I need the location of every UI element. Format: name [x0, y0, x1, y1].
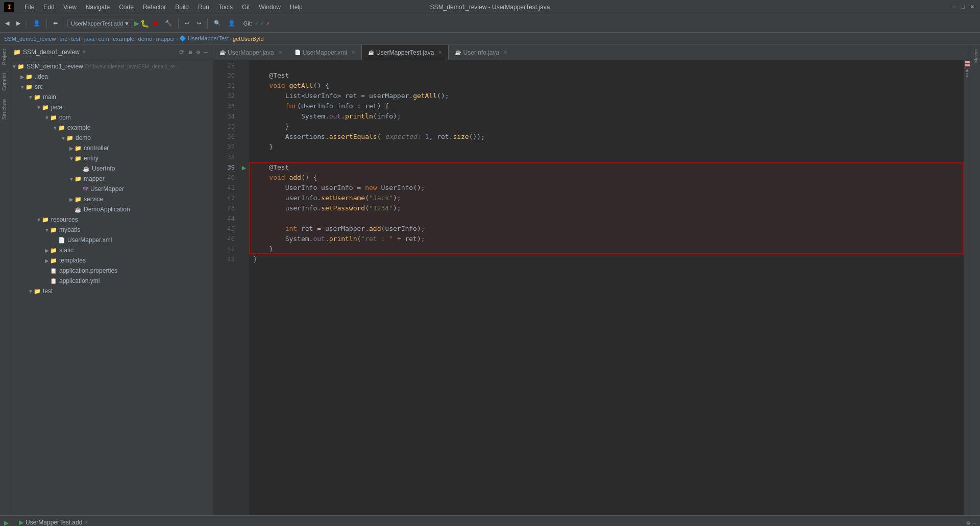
menu-code[interactable]: Code — [115, 3, 138, 12]
menu-run[interactable]: Run — [194, 3, 213, 12]
menu-git[interactable]: Git — [238, 3, 254, 12]
undo-button[interactable]: ↩ — [182, 18, 192, 28]
tab-close-usermapper-java[interactable]: ✕ — [278, 50, 282, 55]
git-check2-icon[interactable]: ✓ — [260, 20, 264, 27]
hide-panel-bottom-icon[interactable]: — — [972, 519, 976, 527]
main-layout: Project Commit Structure 📁 SSM_demo1_rev… — [0, 45, 980, 515]
tree-item-main[interactable]: ▼ 📁 main — [9, 92, 213, 102]
stop-button[interactable]: ◼ — [150, 18, 161, 28]
tab-close-usermappertest[interactable]: ✕ — [438, 50, 442, 55]
tree-label-mybatis: mybatis — [59, 226, 80, 233]
git-check-icon[interactable]: ✓ — [255, 20, 259, 27]
breadcrumb-method[interactable]: getUserById — [233, 36, 264, 42]
settings-button[interactable]: 👤 — [225, 18, 238, 28]
tab-usermapper-xml[interactable]: 📄 UserMapper.xml ✕ — [288, 45, 361, 60]
folder-icon-root: 📁 — [17, 63, 24, 70]
tree-item-demo[interactable]: ▼ 📁 demo — [9, 133, 213, 143]
breadcrumb-demo[interactable]: demo — [138, 36, 152, 42]
tree-item-controller[interactable]: ▶ 📁 controller — [9, 143, 213, 153]
tab-close-usermapper-xml[interactable]: ✕ — [351, 50, 355, 55]
tree-item-service[interactable]: ▶ 📁 service — [9, 194, 213, 204]
code-editor[interactable]: 29 30 31 32 33 34 35 36 37 38 39 40 41 4… — [213, 60, 971, 515]
breadcrumb-src[interactable]: src — [60, 36, 67, 42]
maximize-button[interactable]: □ — [960, 4, 967, 11]
sync-icon[interactable]: ⟳ — [178, 47, 185, 57]
code-content[interactable]: @Test void getAll() { List<UserInfo> ret… — [249, 60, 964, 515]
breadcrumb-mapper[interactable]: mapper — [156, 36, 175, 42]
redo-button[interactable]: ↪ — [193, 18, 204, 28]
menu-help[interactable]: Help — [286, 3, 307, 12]
gutter-38 — [239, 152, 249, 162]
menu-navigate[interactable]: Navigate — [82, 3, 114, 12]
breadcrumb-test[interactable]: test — [71, 36, 81, 42]
left-sidebar: Project Commit Structure — [0, 45, 9, 515]
breadcrumb-project[interactable]: SSM_demo1_review — [4, 36, 56, 42]
project-dropdown-icon[interactable]: ▼ — [82, 49, 87, 55]
navigate-back[interactable]: ⬅ — [50, 18, 61, 28]
menu-view[interactable]: View — [59, 3, 81, 12]
breadcrumb-java[interactable]: java — [84, 36, 94, 42]
vcs-button[interactable]: 👤 — [30, 18, 43, 28]
tree-item-usermapperxml[interactable]: ▶ 📄 UserMapper.xml — [9, 235, 213, 245]
minimize-button[interactable]: ─ — [950, 4, 958, 11]
tree-item-idea[interactable]: ▶ 📁 .idea — [9, 71, 213, 82]
props-icon-appprops: 📋 — [50, 268, 57, 274]
tree-item-entity[interactable]: ▼ 📁 entity — [9, 153, 213, 163]
gutter-46 — [239, 234, 249, 244]
search-everywhere-button[interactable]: 🔍 — [211, 18, 224, 28]
menu-refactor[interactable]: Refactor — [139, 3, 170, 12]
back-button[interactable]: ◀ — [2, 18, 12, 28]
settings-icon[interactable]: ⚙ — [195, 47, 201, 57]
tree-item-usermapper[interactable]: ▶ 🗺 UserMapper — [9, 184, 213, 194]
menu-edit[interactable]: Edit — [39, 3, 58, 12]
tab-more-icon[interactable]: ⋮ — [961, 53, 967, 60]
gutter: ▶ — [239, 60, 249, 515]
tab-close-userinfo-java[interactable]: ✕ — [503, 50, 507, 55]
tree-item-demoapplication[interactable]: ▶ ☕ DemoApplication — [9, 204, 213, 214]
hide-panel-icon[interactable]: — — [203, 47, 209, 57]
collapse-all-icon[interactable]: ≡ — [187, 47, 193, 57]
run-button[interactable]: ▶ — [134, 18, 139, 28]
bottom-tab-run-icon[interactable]: ▶ — [0, 516, 13, 527]
structure-sidebar-label[interactable]: Structure — [2, 97, 7, 122]
tree-item-src[interactable]: ▼ 📁 src — [9, 82, 213, 92]
tree-item-resources[interactable]: ▼ 📁 resources — [9, 214, 213, 225]
menu-tools[interactable]: Tools — [214, 3, 237, 12]
menu-file[interactable]: File — [20, 3, 38, 12]
tab-usermappertest-java[interactable]: ☕ UserMapperTest.java ✕ — [361, 45, 449, 60]
tree-item-userinfo[interactable]: ▶ ☕ UserInfo — [9, 163, 213, 174]
git-arrow-icon[interactable]: ↗ — [266, 20, 270, 27]
tab-userinfo-java[interactable]: ☕ UserInfo.java ✕ — [449, 45, 513, 60]
tab-label-usermapper-xml: UserMapper.xml — [303, 49, 347, 56]
tree-item-mybatis[interactable]: ▼ 📁 mybatis — [9, 225, 213, 235]
tree-item-appprops[interactable]: ▶ 📋 application.properties — [9, 266, 213, 276]
menu-build[interactable]: Build — [171, 3, 193, 12]
tree-item-mapper[interactable]: ▼ 📁 mapper — [9, 174, 213, 184]
tree-item-templates[interactable]: ▶ 📁 templates — [9, 255, 213, 266]
run-config-dropdown[interactable]: UserMapperTest.add ▼ — [67, 19, 133, 28]
breadcrumb-example[interactable]: example — [113, 36, 134, 42]
tab-usermapper-java[interactable]: ☕ UserMapper.java ✕ — [213, 45, 288, 60]
tree-item-com[interactable]: ▼ 📁 com — [9, 112, 213, 123]
tree-item-appyml[interactable]: ▶ 📋 application.yml — [9, 276, 213, 286]
forward-button[interactable]: ▶ — [13, 18, 23, 28]
maven-label[interactable]: Maven — [973, 49, 978, 63]
tree-item-test[interactable]: ▼ 📁 test — [9, 286, 213, 296]
breadcrumb-class[interactable]: 🔷 UserMapperTest — [179, 35, 229, 42]
project-sidebar-label[interactable]: Project — [2, 47, 7, 67]
commit-sidebar-label[interactable]: Commit — [2, 71, 7, 92]
bottom-tab-run[interactable]: ▶ UserMapperTest.add ✕ — [13, 516, 94, 527]
debug-button[interactable]: 🐛 — [140, 19, 149, 28]
tree-item-example[interactable]: ▼ 📁 example — [9, 123, 213, 133]
tree-item-root[interactable]: ▼ 📁 SSM_demo1_review D:\Java\code\test_j… — [9, 61, 213, 71]
close-button[interactable]: ✕ — [969, 4, 976, 11]
tree-item-static[interactable]: ▶ 📁 static — [9, 245, 213, 255]
breadcrumb-com[interactable]: com — [99, 36, 109, 42]
menu-window[interactable]: Window — [255, 3, 285, 12]
tree-item-java[interactable]: ▼ 📁 java — [9, 102, 213, 112]
run-tab-close-icon[interactable]: ✕ — [84, 519, 88, 525]
build-button[interactable]: 🔨 — [162, 18, 175, 28]
gutter-47 — [239, 244, 249, 254]
line-num-45: 45 — [217, 224, 235, 234]
settings-gear-icon[interactable]: ⚙ — [967, 519, 970, 527]
